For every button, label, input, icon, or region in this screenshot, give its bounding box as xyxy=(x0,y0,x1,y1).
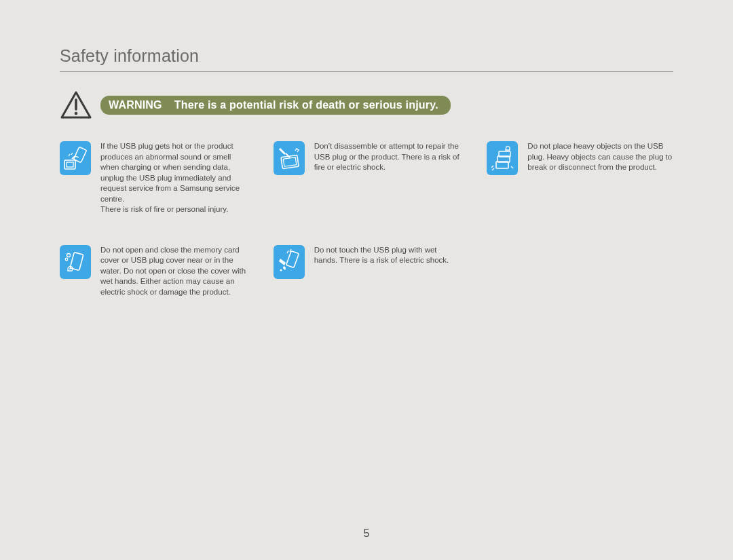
svg-point-15 xyxy=(280,269,282,271)
safety-item-text: If the USB plug gets hot or the product … xyxy=(100,141,246,215)
safety-item-text: Do not place heavy objects on the USB pl… xyxy=(527,141,673,173)
svg-rect-10 xyxy=(70,252,83,270)
usb-hot-icon xyxy=(60,141,91,175)
page-title: Safety information xyxy=(60,46,673,72)
svg-rect-3 xyxy=(67,162,73,167)
safety-item: If the USB plug gets hot or the product … xyxy=(60,141,246,215)
safety-item: Don't disassemble or attempt to repair t… xyxy=(274,141,460,215)
wet-hands-icon xyxy=(274,245,305,279)
page-number: 5 xyxy=(0,527,733,540)
svg-rect-14 xyxy=(286,250,299,267)
warning-triangle-icon xyxy=(60,91,92,119)
warning-label: WARNING xyxy=(109,99,162,111)
heavy-object-icon xyxy=(487,141,518,175)
svg-point-1 xyxy=(75,112,78,115)
disassemble-icon xyxy=(274,141,305,175)
water-cover-icon xyxy=(60,245,91,279)
safety-item: Do not touch the USB plug with wet hands… xyxy=(274,245,460,298)
page-content: Safety information WARNING There is a po… xyxy=(0,0,733,297)
svg-rect-4 xyxy=(73,147,86,162)
warning-text: There is a potential risk of death or se… xyxy=(174,99,438,111)
safety-item-text: Do not touch the USB plug with wet hands… xyxy=(314,245,460,266)
safety-items-grid: If the USB plug gets hot or the product … xyxy=(60,141,673,297)
safety-item-text: Don't disassemble or attempt to repair t… xyxy=(314,141,460,173)
svg-point-11 xyxy=(67,253,71,257)
svg-rect-6 xyxy=(283,157,296,166)
safety-item: Do not open and close the memory card co… xyxy=(60,245,246,298)
warning-bar: WARNING There is a potential risk of dea… xyxy=(100,96,451,115)
warning-banner: WARNING There is a potential risk of dea… xyxy=(60,91,673,119)
svg-point-12 xyxy=(65,258,68,261)
svg-point-13 xyxy=(69,268,71,269)
safety-item-text: Do not open and close the memory card co… xyxy=(100,245,246,298)
safety-item: Do not place heavy objects on the USB pl… xyxy=(487,141,673,215)
